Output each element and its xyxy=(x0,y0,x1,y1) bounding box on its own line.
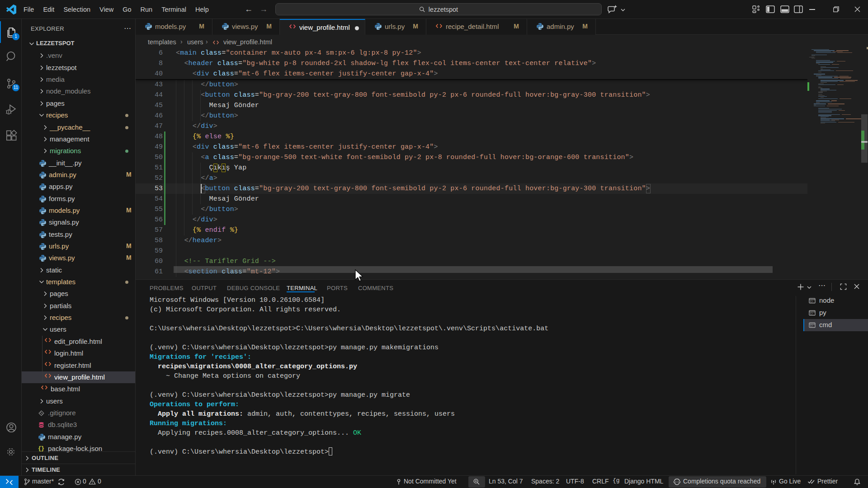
svg-text:C:\: C:\ xyxy=(810,312,813,315)
svg-text:C:\: C:\ xyxy=(810,324,813,327)
svg-text:C:\: C:\ xyxy=(810,300,813,303)
